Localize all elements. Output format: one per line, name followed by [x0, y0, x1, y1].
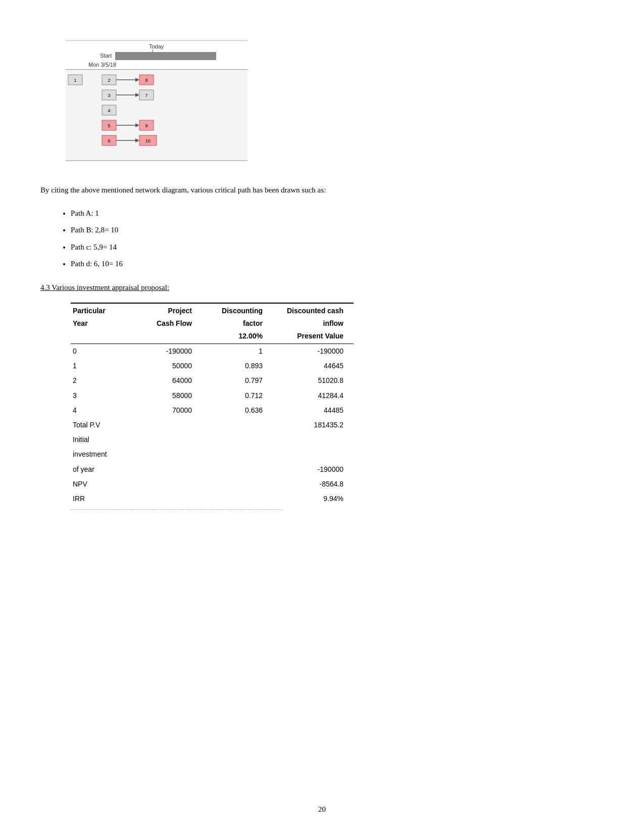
cell-year-1: 1	[71, 359, 141, 373]
cell-irr-label: IRR	[71, 492, 141, 506]
npv-row: NPV -8564.8	[71, 477, 354, 492]
cell-cf-4: 70000	[141, 403, 202, 418]
cell-of-year-label: of year	[71, 462, 141, 477]
cell-df-0: 1	[202, 344, 273, 359]
section-heading: 4.3 Various investment appraisal proposa…	[40, 281, 604, 295]
col-header-cashflow: ProjectCash Flow	[141, 303, 202, 344]
cell-pv-3: 41284.4	[273, 388, 354, 403]
svg-text:5: 5	[108, 123, 110, 128]
cell-initial-label: Initial	[71, 432, 141, 447]
svg-text:9: 9	[145, 123, 147, 128]
cell-total-pv-value: 181435.2	[273, 418, 354, 432]
cell-cf-0: -190000	[141, 344, 202, 359]
col-header-pv: Discounted cash inflowPresent Value	[273, 303, 354, 344]
of-year-row: of year -190000	[71, 462, 354, 477]
cell-year-4: 4	[71, 403, 141, 418]
svg-text:6: 6	[108, 138, 110, 143]
start-label: Start	[100, 53, 112, 59]
svg-text:7: 7	[145, 93, 147, 98]
today-label: Today	[149, 43, 164, 50]
cell-cf-2: 64000	[141, 373, 202, 388]
cell-total-pv-df	[202, 418, 273, 432]
cell-of-year-value: -190000	[273, 462, 354, 477]
table-header-row: ParticularYear ProjectCash Flow Discount…	[71, 303, 354, 344]
cell-df-4: 0.636	[202, 403, 273, 418]
cell-df-1: 0.893	[202, 359, 273, 373]
cell-pv-4: 44485	[273, 403, 354, 418]
col-header-particular: ParticularYear	[71, 303, 141, 344]
network-diagram: Today Start Mon 3/5/18 1 2	[61, 35, 604, 169]
main-content: By citing the above mentioned network di…	[40, 184, 604, 510]
table-container: ParticularYear ProjectCash Flow Discount…	[71, 303, 604, 510]
irr-row: IRR 9.94%	[71, 492, 354, 506]
initial-row: Initial	[71, 432, 354, 447]
start-bar	[115, 52, 216, 60]
cell-year-3: 3	[71, 388, 141, 403]
cell-cf-1: 50000	[141, 359, 202, 373]
bullet-item-d: Path d: 6, 10= 16	[71, 258, 604, 271]
cell-cf-3: 58000	[141, 388, 202, 403]
cell-irr-value: 9.94%	[273, 492, 354, 506]
bullet-item-b: Path B: 2,8= 10	[71, 224, 604, 237]
col-header-discount: Discounting factor12.00%	[202, 303, 273, 344]
bullet-item-c: Path c: 5,9= 14	[71, 241, 604, 254]
table-row: 4 70000 0.636 44485	[71, 403, 354, 418]
cell-year-0: 0	[71, 344, 141, 359]
table-row: 1 50000 0.893 44645	[71, 359, 354, 373]
table-row: 2 64000 0.797 51020.8	[71, 373, 354, 388]
cell-npv-label: NPV	[71, 477, 141, 492]
investment-table: ParticularYear ProjectCash Flow Discount…	[71, 303, 354, 507]
svg-text:2: 2	[108, 78, 110, 83]
cell-total-pv-label: Total P.V	[71, 418, 141, 432]
page-number: 20	[0, 805, 644, 814]
cell-pv-1: 44645	[273, 359, 354, 373]
bullet-list: Path A: 1 Path B: 2,8= 10 Path c: 5,9= 1…	[71, 207, 604, 271]
total-pv-row: Total P.V 181435.2	[71, 418, 354, 432]
cell-year-2: 2	[71, 373, 141, 388]
date-label: Mon 3/5/18	[88, 62, 116, 68]
cell-investment-label: investment	[71, 447, 141, 462]
investment-row: investment	[71, 447, 354, 462]
table-bottom-line	[71, 509, 283, 510]
rows-bg	[66, 70, 247, 161]
table-row: 0 -190000 1 -190000	[71, 344, 354, 359]
table-row: 3 58000 0.712 41284.4	[71, 388, 354, 403]
cell-df-2: 0.797	[202, 373, 273, 388]
cell-pv-0: -190000	[273, 344, 354, 359]
cell-total-pv-cf	[141, 418, 202, 432]
cell-npv-value: -8564.8	[273, 477, 354, 492]
svg-text:4: 4	[108, 108, 110, 113]
intro-paragraph: By citing the above mentioned network di…	[40, 184, 604, 197]
svg-text:1: 1	[74, 78, 76, 83]
cell-pv-2: 51020.8	[273, 373, 354, 388]
bullet-item-a: Path A: 1	[71, 207, 604, 220]
diagram-svg: Today Start Mon 3/5/18 1 2	[61, 35, 253, 167]
cell-df-3: 0.712	[202, 388, 273, 403]
svg-text:3: 3	[108, 93, 110, 98]
svg-text:10: 10	[145, 138, 151, 143]
svg-text:8: 8	[145, 78, 147, 83]
table-body: 0 -190000 1 -190000 1 50000 0.893 44645 …	[71, 344, 354, 507]
